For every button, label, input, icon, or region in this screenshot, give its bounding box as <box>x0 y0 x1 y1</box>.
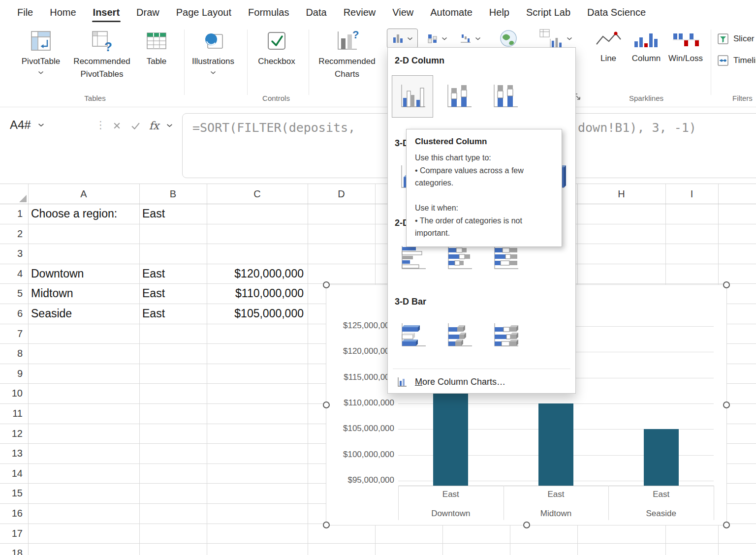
row-header-2[interactable]: 2 <box>0 224 23 244</box>
cell-B4[interactable]: East <box>142 264 203 284</box>
row-header-6[interactable]: 6 <box>0 304 23 324</box>
menu-tab-home[interactable]: Home <box>41 0 84 25</box>
chart-bar-midtown[interactable] <box>538 403 573 486</box>
row-header-3[interactable]: 3 <box>0 244 23 264</box>
chart-selection-handle-mid-left[interactable] <box>323 401 330 408</box>
checkbox-icon <box>265 30 288 52</box>
row-header-1[interactable]: 1 <box>0 204 23 224</box>
slicer-button[interactable]: Slicer <box>717 31 756 47</box>
tooltip-text-line <box>415 189 553 202</box>
ribbon: PivotTable ? Recommended PivotTables Tab… <box>0 25 756 107</box>
checkbox-button[interactable]: Checkbox <box>253 30 300 68</box>
formula-bar-drag-handle[interactable]: ⋮ <box>95 119 106 131</box>
pivottable-button[interactable]: PivotTable <box>18 30 64 74</box>
row-header-4[interactable]: 4 <box>0 264 23 284</box>
recommended-charts-button[interactable]: ? Recommended Charts <box>314 30 380 81</box>
column-header-H[interactable]: H <box>577 184 665 204</box>
cell-C6[interactable]: $105,000,000 <box>210 304 304 324</box>
cell-B1[interactable]: East <box>142 204 203 224</box>
menu-tab-draw[interactable]: Draw <box>128 0 168 25</box>
chevron-down-icon <box>441 37 447 40</box>
chart-thumb-stacked-column[interactable] <box>438 75 479 118</box>
row-header-18[interactable]: 18 <box>0 543 23 555</box>
illustrations-button[interactable]: Illustrations <box>189 30 237 74</box>
insert-bar-chart-button[interactable] <box>421 29 452 48</box>
chart-selection-handle-top-right[interactable] <box>723 281 730 288</box>
menu-tab-help[interactable]: Help <box>481 0 518 25</box>
tables-group-label: Tables <box>75 94 115 102</box>
cell-A4[interactable]: Downtown <box>31 264 135 284</box>
sparkline-line-button[interactable]: Line <box>594 30 623 65</box>
chart-thumb-clustered-column[interactable] <box>392 75 433 118</box>
x-icon <box>113 122 121 130</box>
table-button[interactable]: Table <box>141 30 172 68</box>
column-header-A[interactable]: A <box>28 184 139 204</box>
chart-selection-handle-bottom-center[interactable] <box>523 522 530 528</box>
chart-selection-handle-mid-right[interactable] <box>723 401 730 408</box>
chart-selection-handle-top-left[interactable] <box>323 281 330 288</box>
row-header-11[interactable]: 11 <box>0 403 23 424</box>
cell-C5[interactable]: $110,000,000 <box>210 283 304 304</box>
sparkline-column-label: Column <box>632 52 661 65</box>
cell-A1[interactable]: Choose a region: <box>31 204 135 224</box>
svg-text:?: ? <box>352 30 359 41</box>
chart-thumb-3d-stacked-bar[interactable] <box>438 314 479 356</box>
select-all-triangle-icon <box>19 195 27 202</box>
row-header-15[interactable]: 15 <box>0 483 23 503</box>
chart-thumb-pct-stacked-column[interactable] <box>484 75 526 118</box>
insert-function-button[interactable]: fx <box>146 118 162 133</box>
menu-tab-review[interactable]: Review <box>335 0 384 25</box>
cell-A5[interactable]: Midtown <box>31 283 135 304</box>
select-all-button[interactable] <box>0 184 28 204</box>
column-header-I[interactable]: I <box>665 184 718 204</box>
chart-thumb-3d-clustered-bar[interactable] <box>392 314 433 356</box>
menu-tab-page-layout[interactable]: Page Layout <box>168 0 240 25</box>
chart-bar-seaside[interactable] <box>644 429 679 486</box>
maps-button[interactable] <box>493 29 524 48</box>
timeline-button[interactable]: Timeline <box>717 52 756 69</box>
row-header-8[interactable]: 8 <box>0 343 23 364</box>
menu-tab-file[interactable]: File <box>9 0 41 25</box>
row-header-10[interactable]: 10 <box>0 383 23 403</box>
menu-tab-view[interactable]: View <box>384 0 422 25</box>
sparkline-column-button[interactable]: Column <box>629 30 663 65</box>
recommended-pivottables-button[interactable]: ? Recommended PivotTables <box>67 30 137 81</box>
row-header-14[interactable]: 14 <box>0 463 23 484</box>
cell-A6[interactable]: Seaside <box>31 304 135 324</box>
row-header-13[interactable]: 13 <box>0 443 23 463</box>
menu-tab-data-science[interactable]: Data Science <box>579 0 654 25</box>
menu-tab-data[interactable]: Data <box>297 0 335 25</box>
enter-button[interactable] <box>127 118 144 133</box>
chevron-down-icon <box>38 71 44 74</box>
row-header-7[interactable]: 7 <box>0 324 23 344</box>
row-header-16[interactable]: 16 <box>0 503 23 524</box>
chart-selection-handle-bottom-left[interactable] <box>323 522 330 528</box>
insert-column-chart-button[interactable] <box>387 29 418 48</box>
cell-C4[interactable]: $120,000,000 <box>210 264 304 284</box>
column-header-D[interactable]: D <box>308 184 375 204</box>
menu-tab-formulas[interactable]: Formulas <box>240 0 297 25</box>
pivottable-label: PivotTable <box>22 55 60 68</box>
y-axis-tick-label: $105,000,000 <box>328 424 394 433</box>
column-header-B[interactable]: B <box>139 184 207 204</box>
chart-thumb-3d-pct-stacked-bar[interactable] <box>484 314 526 356</box>
row-header-9[interactable]: 9 <box>0 364 23 384</box>
more-column-charts-item[interactable]: More Column Charts… <box>388 371 575 392</box>
sparkline-winloss-button[interactable]: Win/Loss <box>671 30 700 65</box>
cancel-button[interactable] <box>108 118 125 133</box>
insert-statistic-chart-button[interactable] <box>455 29 486 48</box>
chart-selection-handle-bottom-right[interactable] <box>723 522 730 528</box>
row-header-17[interactable]: 17 <box>0 524 23 544</box>
checkbox-label: Checkbox <box>258 55 295 68</box>
cell-B5[interactable]: East <box>142 283 203 304</box>
row-header-5[interactable]: 5 <box>0 283 23 304</box>
pivotchart-button[interactable] <box>533 29 577 48</box>
cell-B6[interactable]: East <box>142 304 203 324</box>
column-header-C[interactable]: C <box>207 184 308 204</box>
menu-tab-automate[interactable]: Automate <box>422 0 481 25</box>
menu-tab-script-lab[interactable]: Script Lab <box>518 0 579 25</box>
name-box[interactable]: A4# <box>0 114 89 136</box>
menu-tab-insert[interactable]: Insert <box>85 0 128 25</box>
chevron-down-icon[interactable] <box>166 123 173 127</box>
row-header-12[interactable]: 12 <box>0 424 23 444</box>
